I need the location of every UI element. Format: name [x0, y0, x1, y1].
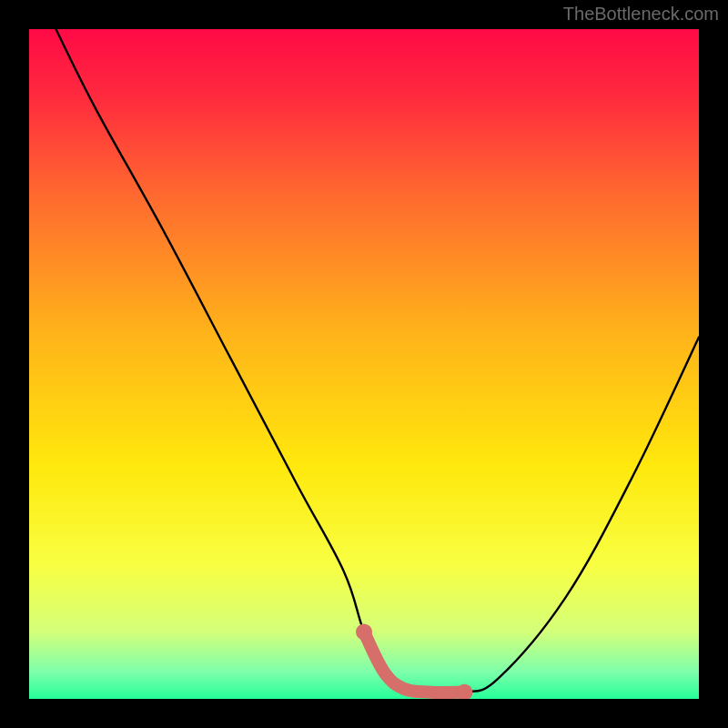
chart-svg — [29, 29, 699, 699]
chart-frame: TheBottleneck.com — [0, 0, 728, 728]
chart-background — [29, 29, 699, 699]
bottleneck-chart — [29, 29, 699, 699]
highlight-end-dot — [356, 623, 372, 640]
watermark-text: TheBottleneck.com — [563, 4, 719, 25]
